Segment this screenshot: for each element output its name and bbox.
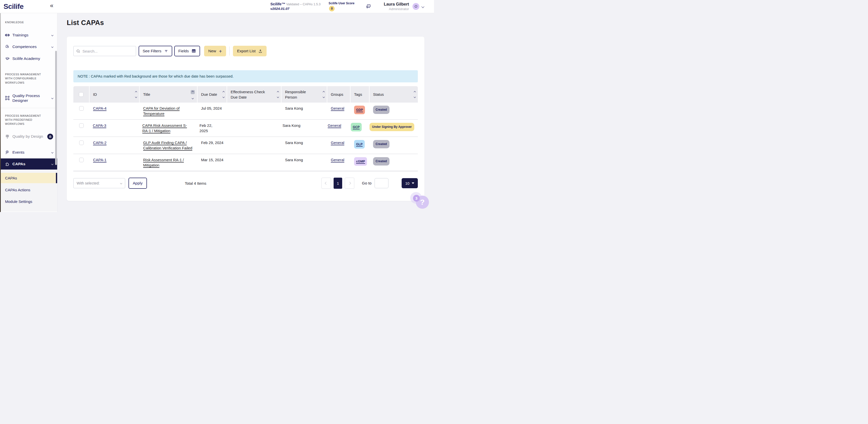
app-window: Scilife « Scilife™ Validated – CAPAs 1.5…: [0, 0, 434, 212]
group-link[interactable]: General: [331, 106, 344, 110]
apply-button[interactable]: Apply: [128, 177, 147, 189]
collapse-sidebar-icon[interactable]: «: [50, 3, 53, 9]
topbar-right-cluster: Scilife™ Validated – CAPAs 1.5.3 v2024.0…: [270, 2, 434, 11]
table-row: CAPA-4 CAPA for Deviation of Temperature…: [73, 103, 418, 120]
row-checkbox[interactable]: [79, 106, 84, 111]
row-checkbox[interactable]: [79, 158, 84, 162]
due-date: Feb 29, 2024: [197, 140, 227, 145]
chevron-down-icon: [51, 34, 53, 36]
user-score-block: Scilife User Score 0: [329, 2, 354, 11]
sort-control-responsible[interactable]: [323, 91, 324, 98]
tag-link[interactable]: GDP: [356, 108, 363, 112]
sidebar-scrollbar[interactable]: [55, 51, 57, 165]
select-all-checkbox[interactable]: [79, 92, 84, 97]
validated-text: Scilife™ Validated – CAPAs 1.5.3: [270, 2, 320, 7]
table-header-row: ID Title Due Date Effectiveness Check Du…: [73, 86, 418, 103]
sort-control-effectiveness[interactable]: [277, 91, 279, 98]
see-filters-button[interactable]: See Filters: [138, 46, 172, 56]
table-grid-icon: [191, 49, 196, 53]
section-predefined-workflows: PROCESS MANAGEMENT WITH PREDEFINED WORKF…: [0, 114, 57, 126]
user-avatar[interactable]: [412, 3, 419, 10]
user-score-badge[interactable]: 0: [329, 6, 335, 11]
group-link[interactable]: General: [331, 140, 344, 145]
next-page-button[interactable]: [345, 177, 354, 189]
search-icon: [76, 49, 81, 53]
chevron-down-icon: [51, 97, 53, 99]
submenu-item-module-settings[interactable]: Module Settings: [0, 196, 57, 206]
sidebar-item-capas[interactable]: CAPAs: [0, 158, 57, 169]
sort-desc-icon: [135, 96, 137, 98]
header-cell-effectiveness: Effectiveness Check Due Date: [227, 86, 281, 103]
responsible-person: Sara Kong: [281, 106, 327, 111]
tag-pill: GCP: [351, 123, 362, 131]
export-list-button[interactable]: Export List: [233, 46, 267, 56]
sort-control-id[interactable]: [135, 91, 137, 98]
capas-table: ID Title Due Date Effectiveness Check Du…: [73, 86, 418, 171]
table-footer: With selected: Apply Total 4 Items 1 Go …: [73, 177, 418, 189]
table-row: CAPA-1 Risk Assessment RA-1 / Mitigation…: [73, 154, 418, 171]
due-date: Mar 15, 2024: [197, 157, 227, 162]
go-to-label: Go to: [362, 181, 372, 186]
submenu-item-capas-actions[interactable]: CAPAs Actions: [0, 185, 57, 195]
pagination: 1 Go to 10: [321, 177, 418, 189]
workflow-icon: [5, 96, 10, 100]
status-badge: Created: [373, 157, 390, 165]
prev-page-button[interactable]: [321, 177, 331, 189]
capa-id-link[interactable]: CAPA-1: [93, 158, 106, 162]
version-number: v2024.01.07: [270, 7, 320, 11]
total-items-label: Total 4 Items: [185, 181, 206, 186]
submenu-item-capas[interactable]: CAPAs: [0, 173, 57, 183]
page-size-dropdown[interactable]: 10: [402, 178, 418, 188]
capa-title-link[interactable]: GLP Audit Finding CAPA / Calibration Ver…: [143, 140, 192, 150]
fields-button[interactable]: Fields: [174, 46, 200, 56]
section-configurable-workflows: PROCESS MANAGEMENT WITH CONFIGURABLE WOR…: [0, 72, 57, 85]
puzzle-icon: [5, 162, 10, 166]
sidebar-item-events[interactable]: Events: [0, 149, 57, 156]
sidebar-item-quality-by-design[interactable]: Quality by Design: [0, 133, 57, 140]
tag-link[interactable]: GCP: [353, 125, 360, 129]
with-selected-dropdown[interactable]: With selected:: [73, 178, 125, 188]
sort-desc-icon: [192, 97, 194, 99]
chevron-left-icon: [325, 182, 328, 185]
sort-desc-icon: [323, 96, 325, 98]
user-block: Laura Gilbert Administrator: [384, 2, 409, 11]
sidebar-item-trainings[interactable]: Trainings: [0, 31, 57, 39]
go-to-page-input[interactable]: [375, 178, 389, 188]
feedback-chat-icon[interactable]: [366, 4, 372, 10]
row-checkbox[interactable]: [79, 140, 84, 145]
user-menu-chevron-icon[interactable]: [421, 5, 424, 8]
capa-title-link[interactable]: Risk Assessment RA-1 / Mitigation: [143, 158, 184, 167]
sort-control-status[interactable]: [414, 91, 415, 98]
capa-id-link[interactable]: CAPA-4: [93, 106, 106, 110]
sort-desc-icon: [414, 96, 416, 98]
capa-title-link[interactable]: CAPA for Deviation of Temperature: [143, 106, 180, 116]
table-row: CAPA-3 CAPA Risk Assessment S-RA-1 / Mit…: [73, 120, 418, 137]
sidebar-item-quality-process-designer[interactable]: Quality Process Designer: [0, 93, 57, 104]
sort-control-due-date[interactable]: [223, 91, 224, 98]
page-title: List CAPAs: [67, 19, 434, 27]
group-link[interactable]: General: [331, 158, 344, 162]
capa-title-link[interactable]: CAPA Risk Assessment S-RA-1 / Mitigation: [143, 123, 187, 133]
row-checkbox[interactable]: [79, 123, 84, 128]
help-notification-badge[interactable]: 3: [413, 195, 420, 202]
flex-arm-icon: [5, 44, 10, 49]
sidebar-item-scilife-academy[interactable]: Scilife Academy: [0, 55, 57, 62]
group-link[interactable]: General: [328, 123, 341, 128]
tag-link[interactable]: cGMP: [356, 160, 365, 163]
list-toolbar: See Filters Fields New + Ex: [67, 37, 424, 56]
dropdown-arrow-icon: [412, 183, 414, 184]
header-cell-id: ID: [90, 86, 140, 103]
new-button[interactable]: New +: [204, 46, 226, 56]
sort-control-title[interactable]: [191, 90, 195, 99]
tag-link[interactable]: GLP: [356, 142, 363, 146]
current-page[interactable]: 1: [334, 177, 342, 189]
brand-zone: Scilife «: [0, 0, 57, 13]
sidebar-item-competences[interactable]: Competences: [0, 43, 57, 51]
chevron-down-icon: [51, 46, 53, 48]
capa-id-link[interactable]: CAPA-3: [93, 123, 106, 128]
scilife-logo: Scilife: [4, 3, 24, 11]
capa-id-link[interactable]: CAPA-2: [93, 140, 106, 145]
status-badge: Under Signing By Approver: [370, 123, 414, 131]
sort-asc-icon: [414, 91, 416, 93]
search-input[interactable]: [83, 49, 133, 53]
